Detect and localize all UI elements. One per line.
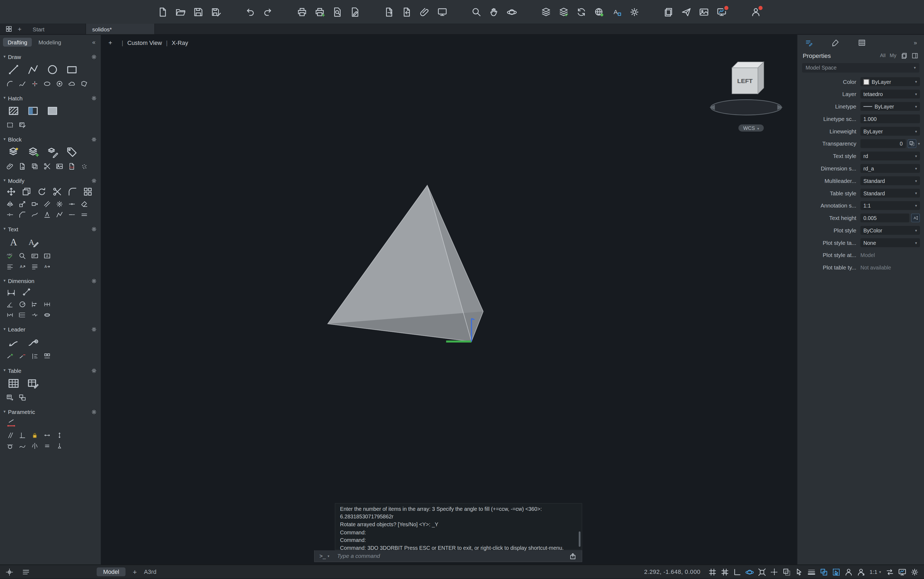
hatch-edit-icon[interactable] bbox=[16, 120, 28, 131]
view-name-menu[interactable]: Custom View bbox=[127, 39, 162, 46]
text-scale-icon[interactable]: A bbox=[16, 262, 28, 272]
filter-sheets-icon[interactable] bbox=[901, 52, 908, 59]
point-cloud-icon[interactable] bbox=[78, 161, 90, 172]
spline-icon[interactable] bbox=[16, 79, 28, 89]
section-header-dimension[interactable]: ▾Dimension bbox=[3, 276, 97, 285]
gear-icon[interactable] bbox=[91, 95, 97, 101]
hardware-accel-icon[interactable] bbox=[898, 567, 907, 577]
selection-cursor-icon[interactable] bbox=[831, 567, 841, 577]
layer-states-icon[interactable] bbox=[557, 6, 570, 18]
prop-value-linetype[interactable]: ByLayer▾ bbox=[860, 102, 920, 111]
text-height-icon[interactable]: A bbox=[911, 213, 920, 222]
dim-radius-icon[interactable] bbox=[16, 299, 28, 309]
blend-icon[interactable] bbox=[28, 209, 41, 220]
viewport-crosshair-icon[interactable] bbox=[5, 567, 14, 577]
lock-constraint-icon[interactable] bbox=[28, 430, 41, 440]
share-view-icon[interactable] bbox=[436, 6, 448, 18]
annotation-icon[interactable]: A bbox=[610, 6, 623, 18]
prop-value-transparency[interactable]: 0▾ bbox=[860, 139, 920, 148]
leader-collect-icon[interactable] bbox=[41, 351, 53, 361]
offset-icon[interactable] bbox=[41, 199, 53, 209]
trim-icon[interactable] bbox=[49, 185, 65, 199]
section-header-leader[interactable]: ▾Leader bbox=[3, 325, 97, 333]
multiline-text-icon[interactable]: A bbox=[3, 233, 23, 250]
stretch-icon[interactable] bbox=[28, 199, 41, 209]
space-selector[interactable]: Model Space ▾ bbox=[802, 63, 919, 72]
array-icon[interactable] bbox=[80, 185, 95, 199]
zoom-icon[interactable] bbox=[470, 6, 483, 18]
dim-baseline-icon[interactable] bbox=[28, 299, 41, 309]
arc-icon[interactable] bbox=[3, 79, 16, 89]
gear-icon[interactable] bbox=[91, 326, 97, 332]
create-block-icon[interactable] bbox=[23, 143, 42, 161]
point-icon[interactable] bbox=[28, 79, 41, 89]
section-header-draw[interactable]: ▾Draw bbox=[3, 52, 97, 61]
plot-preview-icon[interactable] bbox=[331, 6, 344, 18]
share-icon[interactable] bbox=[680, 6, 693, 18]
prop-value-dimension-s[interactable]: rd_a▾ bbox=[860, 164, 920, 173]
gear-icon[interactable] bbox=[91, 136, 97, 142]
leader-align-icon[interactable] bbox=[28, 351, 41, 361]
section-header-block[interactable]: ▾Block bbox=[3, 135, 97, 143]
orbit-mode-icon[interactable] bbox=[745, 567, 754, 577]
new-layout-button[interactable]: + bbox=[133, 568, 137, 576]
rotate-icon[interactable] bbox=[34, 185, 49, 199]
dynamic-input-icon[interactable] bbox=[794, 567, 804, 577]
find-text-icon[interactable] bbox=[16, 251, 28, 262]
copy-icon[interactable] bbox=[19, 185, 34, 199]
filter-my-button[interactable]: My bbox=[890, 52, 896, 59]
undo-icon[interactable] bbox=[244, 6, 257, 18]
tab-start[interactable]: Start bbox=[27, 23, 86, 34]
dim-linear-icon[interactable] bbox=[3, 285, 19, 299]
polyline-icon[interactable] bbox=[23, 61, 42, 79]
text-frame-icon[interactable]: A bbox=[41, 251, 53, 262]
command-input[interactable]: Type a command bbox=[337, 553, 569, 559]
snap-grid-icon[interactable] bbox=[720, 567, 729, 577]
open-icon[interactable] bbox=[174, 6, 187, 18]
insert-block-icon[interactable] bbox=[3, 143, 23, 161]
line-icon[interactable] bbox=[3, 61, 23, 79]
gear-icon[interactable] bbox=[91, 409, 97, 415]
ortho-mode-icon[interactable] bbox=[732, 567, 742, 577]
tab-solidos[interactable]: solidos* bbox=[86, 23, 155, 34]
object-track-icon[interactable] bbox=[769, 567, 779, 577]
property-grid-icon[interactable] bbox=[857, 38, 867, 47]
section-header-modify[interactable]: ▾Modify bbox=[3, 177, 97, 185]
account-icon[interactable] bbox=[750, 6, 762, 18]
prop-value-color[interactable]: ByLayer▾ bbox=[860, 77, 920, 86]
quick-properties-icon[interactable] bbox=[831, 38, 840, 47]
data-link-icon[interactable] bbox=[16, 392, 28, 403]
prop-value-plot-style-ta[interactable]: None▾ bbox=[860, 238, 920, 247]
viewport[interactable]: + | Custom View | X-Ray LEFT WCS ▾ bbox=[101, 35, 797, 565]
graphics-display-icon[interactable] bbox=[715, 6, 728, 18]
field-icon[interactable] bbox=[28, 251, 41, 262]
text-align-icon[interactable] bbox=[3, 262, 16, 272]
palette-tab-drafting[interactable]: Drafting bbox=[3, 38, 32, 46]
palette-collapse-button[interactable]: « bbox=[90, 39, 98, 45]
geolocation-icon[interactable] bbox=[593, 6, 605, 18]
circle-icon[interactable] bbox=[42, 61, 62, 79]
layer-refresh-icon[interactable] bbox=[575, 6, 588, 18]
command-history-list-icon[interactable] bbox=[21, 567, 31, 577]
transparency-toggle-icon[interactable] bbox=[782, 567, 791, 577]
new-tab-button[interactable]: + bbox=[18, 25, 21, 33]
redo-icon[interactable] bbox=[262, 6, 274, 18]
leader-add-icon[interactable] bbox=[3, 351, 16, 361]
gear-icon[interactable] bbox=[91, 53, 97, 60]
edit-table-icon[interactable] bbox=[23, 375, 42, 392]
perpendicular-constraint-icon[interactable] bbox=[16, 430, 28, 440]
symmetric-constraint-icon[interactable] bbox=[28, 440, 41, 451]
tangent-constraint-icon[interactable] bbox=[3, 440, 16, 451]
prop-value-table-style[interactable]: Standard▾ bbox=[860, 189, 920, 198]
settings-gear-icon[interactable] bbox=[910, 567, 919, 577]
plot-add-icon[interactable] bbox=[314, 6, 326, 18]
edit-polyline-icon[interactable] bbox=[53, 209, 65, 220]
explode-icon[interactable] bbox=[53, 199, 65, 209]
geometric-constraint-icon[interactable] bbox=[3, 416, 19, 430]
prop-value-annotation-s[interactable]: 1:1▾ bbox=[860, 201, 920, 210]
break-icon[interactable] bbox=[3, 209, 16, 220]
command-scrollbar[interactable] bbox=[579, 532, 581, 547]
gradient-icon[interactable] bbox=[23, 102, 42, 119]
dim-space-icon[interactable] bbox=[16, 310, 28, 321]
justify-text-icon[interactable] bbox=[28, 262, 41, 272]
